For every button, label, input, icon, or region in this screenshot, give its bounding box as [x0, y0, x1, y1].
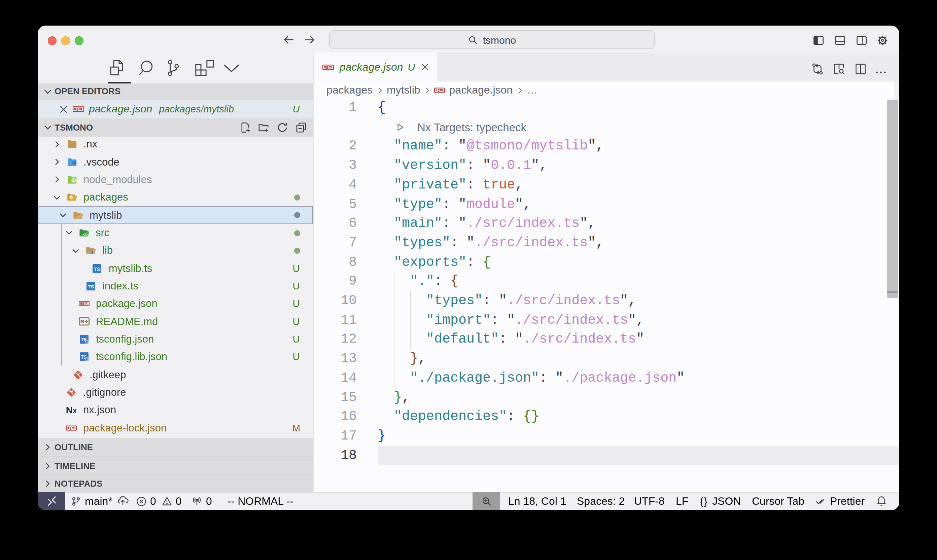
- svg-text:JS: JS: [71, 179, 75, 182]
- svg-text:</>: </>: [83, 232, 88, 237]
- svg-text:TS: TS: [94, 266, 100, 272]
- svg-text:TS: TS: [87, 284, 94, 289]
